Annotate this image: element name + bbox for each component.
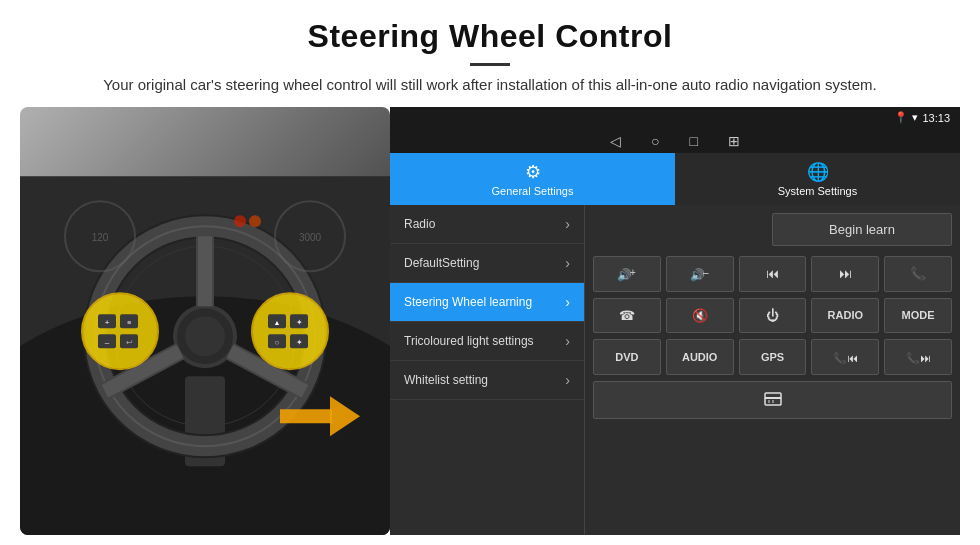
- nav-bar: ◁ ○ □ ⊞: [390, 129, 960, 153]
- call-button[interactable]: 📞: [884, 256, 952, 292]
- recents-nav-icon[interactable]: □: [690, 133, 698, 149]
- mute-button[interactable]: 🔇: [666, 298, 734, 333]
- svg-point-9: [185, 316, 225, 356]
- vol-down-button[interactable]: 🔊–: [666, 256, 734, 292]
- android-panel: 📍 ▾ 13:13 ◁ ○ □ ⊞ ⚙ General Settings 🌐: [390, 107, 960, 536]
- page-title: Steering Wheel Control: [80, 18, 900, 55]
- svg-point-40: [234, 215, 246, 227]
- svg-text:+: +: [105, 318, 110, 327]
- svg-text:✦: ✦: [296, 318, 303, 327]
- subtitle: Your original car's steering wheel contr…: [80, 74, 900, 97]
- button-row-3: DVD AUDIO GPS 📞⏮ 📞⏭: [593, 339, 952, 375]
- prev-track-button[interactable]: ⏮: [739, 256, 807, 292]
- home-nav-icon[interactable]: ○: [651, 133, 659, 149]
- svg-text:3000: 3000: [299, 232, 322, 243]
- menu-item-steering-wheel[interactable]: Steering Wheel learning ›: [390, 283, 584, 322]
- svg-text:⏭: ⏭: [920, 352, 930, 364]
- call-prev-button[interactable]: 📞⏮: [811, 339, 879, 375]
- svg-rect-35: [280, 409, 332, 423]
- call-answer-button[interactable]: ☎: [593, 298, 661, 333]
- svg-text:120: 120: [92, 232, 109, 243]
- power-button[interactable]: ⏻: [739, 298, 807, 333]
- chevron-icon: ›: [565, 255, 570, 271]
- svg-text:⏮: ⏮: [847, 352, 857, 364]
- vol-up-button[interactable]: 🔊+: [593, 256, 661, 292]
- status-time: 13:13: [922, 112, 950, 124]
- dvd-button[interactable]: DVD: [593, 339, 661, 375]
- back-nav-icon[interactable]: ◁: [610, 133, 621, 149]
- storage-button[interactable]: [593, 381, 952, 419]
- menu-content: Radio › DefaultSetting › Steering Wheel …: [390, 205, 960, 536]
- mode-button[interactable]: MODE: [884, 298, 952, 333]
- tab-system-label: System Settings: [778, 185, 857, 197]
- svg-point-16: [82, 293, 158, 369]
- steering-wheel-image: + ≡ – ↩ ▲ ✦ ○ ✦: [20, 107, 390, 536]
- svg-text:📞: 📞: [906, 351, 920, 365]
- svg-text:+: +: [630, 267, 636, 278]
- button-row-2: ☎ 🔇 ⏻ RADIO MODE: [593, 298, 952, 333]
- chevron-icon: ›: [565, 294, 570, 310]
- call-next-button[interactable]: 📞⏭: [884, 339, 952, 375]
- content-area: + ≡ – ↩ ▲ ✦ ○ ✦: [0, 107, 980, 546]
- audio-button[interactable]: AUDIO: [666, 339, 734, 375]
- button-row-1: 🔊+ 🔊– ⏮ ⏭ 📞: [593, 256, 952, 292]
- button-row-4: [593, 381, 952, 419]
- svg-point-41: [249, 215, 261, 227]
- chevron-icon: ›: [565, 372, 570, 388]
- menu-list: Radio › DefaultSetting › Steering Wheel …: [390, 205, 585, 536]
- button-panel: Begin learn 🔊+ 🔊– ⏮ ⏭ 📞: [585, 205, 960, 536]
- system-icon: 🌐: [807, 161, 829, 183]
- menu-item-whitelist[interactable]: Whitelist setting ›: [390, 361, 584, 400]
- gear-icon: ⚙: [525, 161, 541, 183]
- next-track-button[interactable]: ⏭: [811, 256, 879, 292]
- menu-item-radio[interactable]: Radio ›: [390, 205, 584, 244]
- svg-point-25: [252, 293, 328, 369]
- chevron-icon: ›: [565, 333, 570, 349]
- location-icon: 📍: [894, 111, 908, 124]
- chevron-icon: ›: [565, 216, 570, 232]
- menu-item-defaultsetting[interactable]: DefaultSetting ›: [390, 244, 584, 283]
- svg-text:○: ○: [275, 338, 280, 347]
- header-section: Steering Wheel Control Your original car…: [0, 0, 980, 107]
- svg-text:–: –: [703, 267, 709, 278]
- tab-general-settings[interactable]: ⚙ General Settings: [390, 153, 675, 205]
- svg-text:–: –: [105, 338, 110, 347]
- wifi-icon: ▾: [912, 111, 918, 124]
- menu-item-tricoloured[interactable]: Tricoloured light settings ›: [390, 322, 584, 361]
- page-wrapper: Steering Wheel Control Your original car…: [0, 0, 980, 545]
- tab-system-settings[interactable]: 🌐 System Settings: [675, 153, 960, 205]
- tab-general-label: General Settings: [492, 185, 574, 197]
- svg-text:✦: ✦: [296, 338, 303, 347]
- svg-rect-51: [765, 397, 781, 399]
- begin-learn-button[interactable]: Begin learn: [772, 213, 952, 246]
- svg-text:📞: 📞: [833, 351, 847, 365]
- svg-text:▲: ▲: [274, 319, 281, 326]
- settings-tabs: ⚙ General Settings 🌐 System Settings: [390, 153, 960, 205]
- svg-text:≡: ≡: [127, 319, 131, 326]
- begin-learn-row: Begin learn: [593, 213, 952, 246]
- gps-button[interactable]: GPS: [739, 339, 807, 375]
- title-divider: [470, 63, 510, 66]
- svg-text:↩: ↩: [126, 338, 133, 347]
- radio-button[interactable]: RADIO: [811, 298, 879, 333]
- apps-nav-icon[interactable]: ⊞: [728, 133, 740, 149]
- status-bar: 📍 ▾ 13:13: [390, 107, 960, 129]
